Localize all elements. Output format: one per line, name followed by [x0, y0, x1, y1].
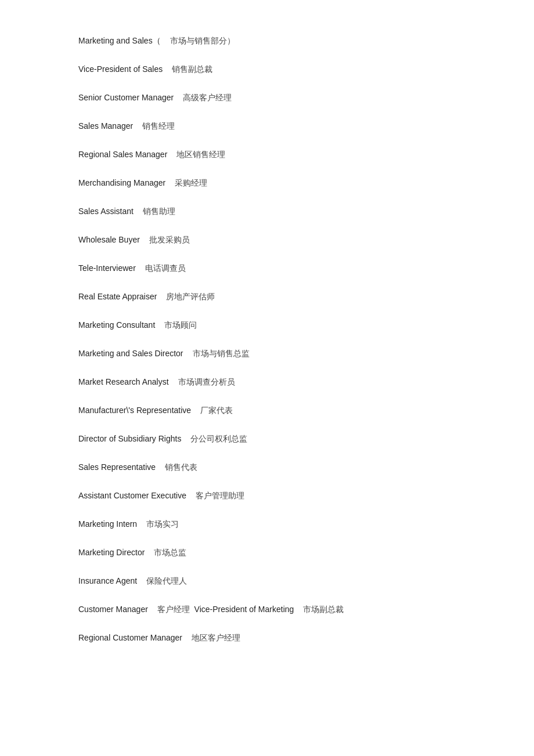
- list-item: Marketing and Sales Director市场与销售总监: [78, 348, 534, 360]
- english-text: Senior Customer Manager: [78, 93, 174, 102]
- list-item: Market Research Analyst市场调查分析员: [78, 376, 534, 388]
- english-text-2: Vice-President of Marketing: [194, 605, 294, 614]
- english-text: Vice-President of Sales: [78, 64, 163, 74]
- list-item: Senior Customer Manager高级客户经理: [78, 92, 534, 104]
- english-text: Regional Customer Manager: [78, 633, 182, 642]
- english-text: Marketing Consultant: [78, 320, 155, 330]
- chinese-text: 保险代理人: [146, 576, 187, 585]
- english-text: Merchandising Manager: [78, 178, 165, 187]
- chinese-text: 销售代表: [165, 462, 197, 472]
- english-text: Wholesale Buyer: [78, 235, 140, 244]
- chinese-text: 市场实习: [146, 519, 179, 529]
- english-text: Sales Representative: [78, 462, 156, 472]
- chinese-text: 客户管理助理: [196, 491, 244, 500]
- chinese-text: 地区客户经理: [192, 633, 240, 642]
- chinese-text: 市场与销售部分）: [170, 36, 235, 45]
- list-item: Marketing Director市场总监: [78, 547, 534, 559]
- chinese-text: 市场与销售总监: [193, 349, 250, 358]
- list-item: Sales Manager销售经理: [78, 120, 534, 132]
- english-text: Insurance Agent: [78, 576, 137, 585]
- chinese-text: 市场调查分析员: [178, 377, 235, 386]
- list-item: Customer Manager客户经理 Vice-President of M…: [78, 603, 534, 616]
- list-item: Wholesale Buyer批发采购员: [78, 234, 534, 246]
- english-text: Marketing and Sales Director: [78, 349, 183, 358]
- list-item: Director of Subsidiary Rights分公司权利总监: [78, 433, 534, 445]
- english-text: Customer Manager: [78, 605, 148, 614]
- list-item: Marketing Intern市场实习: [78, 518, 534, 530]
- english-text: Marketing Intern: [78, 519, 137, 529]
- english-text: Tele-Interviewer: [78, 263, 136, 273]
- list-item: Manufacturer\'s Representative厂家代表: [78, 404, 534, 417]
- chinese-text: 客户经理: [157, 605, 190, 614]
- list-item: Tele-Interviewer电话调查员: [78, 262, 534, 274]
- list-item: Sales Assistant销售助理: [78, 205, 534, 218]
- chinese-text: 市场总监: [154, 548, 186, 557]
- chinese-text: 地区销售经理: [176, 150, 225, 159]
- chinese-text: 电话调查员: [145, 263, 186, 273]
- chinese-text: 销售经理: [142, 121, 175, 131]
- list-item: Sales Representative销售代表: [78, 461, 534, 473]
- list-item: Marketing and Sales（市场与销售部分）: [78, 35, 534, 47]
- chinese-text: 分公司权利总监: [190, 434, 247, 443]
- english-text: Sales Manager: [78, 121, 133, 131]
- chinese-text: 房地产评估师: [166, 292, 215, 301]
- chinese-text: 销售副总裁: [172, 64, 212, 74]
- chinese-text: 销售助理: [143, 207, 175, 216]
- list-item: Marketing Consultant市场顾问: [78, 319, 534, 331]
- english-text: Marketing and Sales（: [78, 36, 161, 45]
- chinese-text: 批发采购员: [149, 235, 190, 244]
- chinese-text: 高级客户经理: [183, 93, 232, 102]
- list-item: Insurance Agent保险代理人: [78, 575, 534, 587]
- list-item: Regional Sales Manager地区销售经理: [78, 149, 534, 161]
- chinese-text: 市场顾问: [164, 320, 197, 330]
- english-text: Market Research Analyst: [78, 377, 169, 386]
- list-item: Vice-President of Sales销售副总裁: [78, 63, 534, 75]
- list-item: Merchandising Manager采购经理: [78, 177, 534, 189]
- english-text: Regional Sales Manager: [78, 150, 167, 159]
- chinese-text: 采购经理: [175, 178, 207, 187]
- english-text: Assistant Customer Executive: [78, 491, 186, 500]
- list-item: Real Estate Appraiser房地产评估师: [78, 291, 534, 303]
- list-item: Assistant Customer Executive客户管理助理: [78, 490, 534, 502]
- english-text: Manufacturer\'s Representative: [78, 406, 191, 415]
- chinese-text: 厂家代表: [200, 406, 233, 415]
- english-text: Marketing Director: [78, 548, 145, 557]
- english-text: Director of Subsidiary Rights: [78, 434, 181, 443]
- chinese-text-2: 市场副总裁: [303, 605, 344, 614]
- english-text: Sales Assistant: [78, 207, 134, 216]
- list-item: Regional Customer Manager地区客户经理: [78, 632, 534, 644]
- english-text: Real Estate Appraiser: [78, 292, 157, 301]
